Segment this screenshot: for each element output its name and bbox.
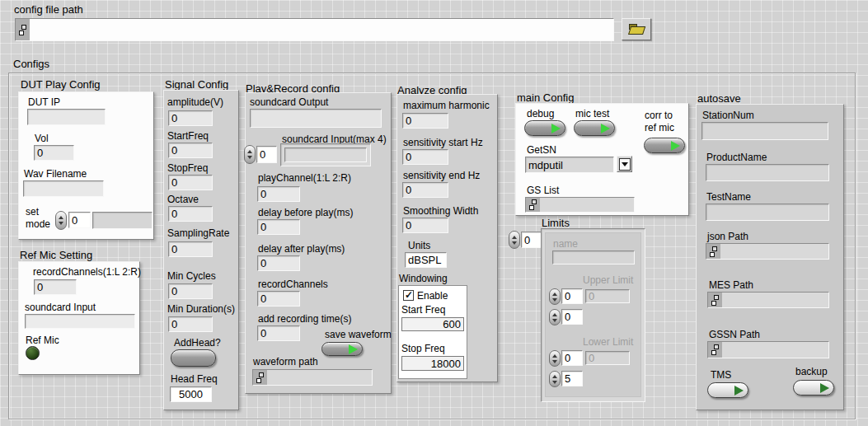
maximum-harmonic-label: maximum harmonic <box>403 100 490 111</box>
backup-label: backup <box>795 366 828 377</box>
ref-soundcard-input[interactable] <box>25 314 135 329</box>
lower-limit-display: 0 <box>585 351 630 365</box>
debug-switch[interactable] <box>524 120 565 136</box>
corr-to-ref-mic-switch[interactable] <box>644 138 685 153</box>
soundcard-input-element[interactable] <box>284 147 367 162</box>
smoothing-width-input[interactable]: 0 <box>402 218 448 233</box>
soundcard-input-index[interactable]: 0 <box>256 146 277 163</box>
path-icon <box>256 372 264 383</box>
getsn-combo[interactable]: mdputil <box>525 157 614 173</box>
dropdown-arrow-icon <box>619 158 631 171</box>
lower-limit-spinner-b[interactable] <box>549 371 561 387</box>
recordchannels-label: recordChannels <box>258 279 328 290</box>
testname-label: TestName <box>706 191 751 203</box>
mes-path-label: MES Path <box>709 279 753 291</box>
octave-input[interactable]: 0 <box>168 206 213 222</box>
signal-config-title: Signal Config <box>165 78 228 91</box>
save-waveform-switch[interactable] <box>321 342 363 356</box>
delay-before-play-input[interactable]: 0 <box>257 219 300 235</box>
getsn-dropdown-button[interactable] <box>617 156 632 172</box>
path-icon <box>711 295 719 306</box>
min-cycles-input[interactable]: 0 <box>168 283 213 299</box>
window-stop-freq-label: Stop Freq <box>401 343 445 354</box>
browse-button[interactable] <box>622 18 651 40</box>
amplitude-input[interactable]: 0 <box>168 110 213 126</box>
main-config-title: main Config <box>517 91 574 104</box>
upper-limit-spinner-b[interactable] <box>549 309 561 325</box>
limit-name-label: name <box>553 238 578 250</box>
path-type-strip <box>706 244 720 259</box>
corr-label-line1: corr to <box>645 110 673 121</box>
soundcard-input-index-spinner[interactable] <box>244 145 256 164</box>
wav-filename-input[interactable] <box>23 180 104 197</box>
addhead-label: AddHead? <box>174 337 221 349</box>
upper-limit-spin-b-value[interactable]: 0 <box>561 309 583 325</box>
tms-switch[interactable] <box>707 382 748 398</box>
mes-path-input[interactable] <box>722 293 828 307</box>
record-channels-input[interactable]: 0 <box>34 279 77 295</box>
windowing-label: Windowing <box>399 273 448 284</box>
green-arrow-icon <box>671 141 680 151</box>
gssn-path-label: GSSN Path <box>709 329 760 340</box>
limits-index-input[interactable]: 0 <box>521 232 542 248</box>
enable-checkbox[interactable] <box>403 290 414 301</box>
head-freq-input[interactable]: 5000 <box>170 386 212 402</box>
playchannel-input[interactable]: 0 <box>257 186 300 202</box>
testname-input[interactable] <box>706 204 829 221</box>
dut-ip-input[interactable] <box>27 109 106 125</box>
save-waveform-label: save waveform <box>325 329 392 340</box>
path-type-strip <box>708 293 722 307</box>
productname-label: ProductName <box>706 152 767 163</box>
path-type-strip <box>16 19 30 40</box>
mic-test-switch[interactable] <box>574 120 615 136</box>
stopfreq-input[interactable]: 0 <box>168 175 213 190</box>
set-mode-input[interactable]: 0 <box>68 212 91 228</box>
window-stop-freq-input[interactable]: 18000 <box>401 356 464 371</box>
productname-input[interactable] <box>706 164 829 181</box>
head-freq-label: Head Freq <box>171 373 218 385</box>
samplingrate-input[interactable]: 0 <box>168 241 213 257</box>
sensitivity-end-input[interactable]: 0 <box>402 182 448 198</box>
limits-title: Limits <box>542 217 570 229</box>
window-start-freq-input[interactable]: 600 <box>401 317 464 331</box>
stopfreq-label: StopFreq <box>167 162 208 174</box>
vol-input[interactable]: 0 <box>34 145 74 161</box>
json-path-label: json Path <box>707 231 748 242</box>
lower-limit-spinner-a[interactable] <box>549 350 561 367</box>
min-duration-input[interactable]: 0 <box>168 316 213 332</box>
backup-switch[interactable] <box>793 380 834 396</box>
maximum-harmonic-input[interactable]: 0 <box>402 113 448 129</box>
waveform-path-label: waveform path <box>253 356 318 367</box>
json-path-input[interactable] <box>720 244 828 259</box>
recordchannels-input[interactable]: 0 <box>257 291 300 307</box>
lower-limit-spin-b-value[interactable]: 5 <box>561 371 583 386</box>
soundcard-output-input[interactable] <box>250 109 382 128</box>
path-type-strip <box>253 370 267 385</box>
config-file-path-input[interactable] <box>30 19 613 40</box>
path-icon <box>19 25 26 35</box>
getsn-label: GetSN <box>527 144 556 156</box>
min-cycles-label: Min Cycles <box>167 270 216 282</box>
limits-index-spinner[interactable] <box>509 231 520 249</box>
startfreq-input[interactable]: 0 <box>168 143 213 158</box>
units-input[interactable]: dBSPL <box>405 252 447 268</box>
delay-after-play-input[interactable]: 0 <box>257 255 300 271</box>
stationnum-label: StationNum <box>702 110 754 121</box>
samplingrate-label: SamplingRate <box>167 227 229 239</box>
upper-limit-spin-a-value[interactable]: 0 <box>561 288 583 304</box>
addhead-button[interactable] <box>171 349 216 367</box>
set-mode-spinner[interactable] <box>55 211 67 230</box>
green-arrow-icon <box>820 383 829 393</box>
upper-limit-spinner-a[interactable] <box>549 288 561 305</box>
add-recording-time-input[interactable]: 0 <box>257 325 300 341</box>
gs-list-input[interactable] <box>540 198 634 212</box>
lower-limit-spin-a-value[interactable]: 0 <box>561 350 583 366</box>
stationnum-input[interactable] <box>701 122 828 140</box>
config-file-path-control <box>15 18 614 41</box>
waveform-path-input[interactable] <box>267 370 372 385</box>
sensitivity-start-input[interactable]: 0 <box>402 149 448 165</box>
gssn-path-input[interactable] <box>722 342 828 358</box>
ref-mic-led <box>26 346 40 360</box>
units-label: Units <box>408 240 430 251</box>
set-mode-label-line2: mode <box>26 218 50 230</box>
